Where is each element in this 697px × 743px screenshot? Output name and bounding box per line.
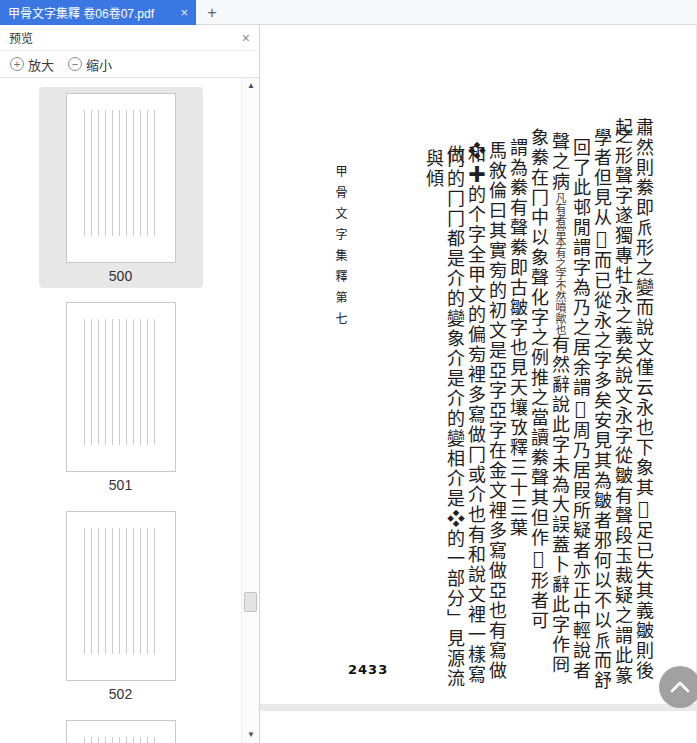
thumbnail-page-500[interactable]: 500 [39,87,203,288]
thumbnail-page-503[interactable] [39,714,203,743]
thumbnail-image [66,720,176,743]
pdf-page-501-partial [260,711,696,743]
thumbnail-text-pattern [84,737,158,743]
thumbnail-page-501[interactable]: 501 [39,296,203,497]
chevron-up-icon [670,681,690,693]
back-to-top-button[interactable] [659,666,697,708]
tab-title: 甲骨文字集釋 卷06卷07.pdf [8,4,174,21]
thumbnail-label: 500 [39,268,203,284]
thumbnail-text-pattern [84,110,158,236]
thumbnail-image [66,511,176,681]
thumbnail-label: 501 [39,477,203,493]
tab-close-icon[interactable]: × [180,6,188,19]
pdf-viewport[interactable]: 甲骨文字集釋第七 肅然則絭即𠂢形之變而說文僅云永也下象其𠬞足已失其義皺則後起 之… [260,25,697,743]
thumbnail-page-502[interactable]: 502 [39,505,203,706]
zoom-in-button[interactable]: + 放大 [10,55,54,74]
pdf-page-500: 甲骨文字集釋第七 肅然則絭即𠂢形之變而說文僅云永也下象其𠬞足已失其義皺則後起 之… [260,25,696,704]
zoom-toolbar: + 放大 − 缩小 [0,51,259,78]
sidebar-close-icon[interactable]: × [242,31,250,45]
manuscript-text: 肅然則絭即𠂢形之變而說文僅云永也下象其𠬞足已失其義皺則後起 之形聲字遂獨專牡永之… [448,118,658,693]
tab-pdf-document[interactable]: 甲骨文字集釋 卷06卷07.pdf × [0,0,196,25]
scroll-up-icon[interactable]: ▲ [242,78,260,94]
zoom-out-icon: − [68,57,82,71]
sidebar-scrollbar[interactable]: ▲ ▼ [241,78,259,743]
thumbnail-text-pattern [84,319,158,445]
preview-sidebar: 预览 × + 放大 − 缩小 500 501 502 [0,25,260,743]
page-number: 2433 [348,662,388,677]
thumbnail-image [66,93,176,263]
window-content: 预览 × + 放大 − 缩小 500 501 502 [0,25,697,743]
thumbnail-list: 500 501 502 [0,79,241,743]
interlinear-note: 凡有者當本有之字不然噴歟也 [553,192,566,335]
zoom-in-icon: + [10,57,24,71]
thumbnail-image [66,302,176,472]
zoom-out-label: 缩小 [86,55,112,74]
scrollbar-thumb[interactable] [244,592,257,612]
scroll-down-icon[interactable]: ▼ [242,727,260,743]
browser-tab-bar: 甲骨文字集釋 卷06卷07.pdf × + [0,0,697,25]
zoom-in-label: 放大 [28,55,54,74]
sidebar-header: 预览 × [0,25,259,51]
thumbnail-text-pattern [84,528,158,654]
sidebar-title: 预览 [9,29,242,46]
thumbnail-label: 502 [39,686,203,702]
text-column: 肅然則絭即𠂢形之變而說文僅云永也下象其𠬞足已失其義皺則後起 [637,118,658,693]
zoom-out-button[interactable]: − 缩小 [68,55,112,74]
spine-label: 甲骨文字集釋第七 [332,165,349,333]
new-tab-button[interactable]: + [202,3,222,23]
